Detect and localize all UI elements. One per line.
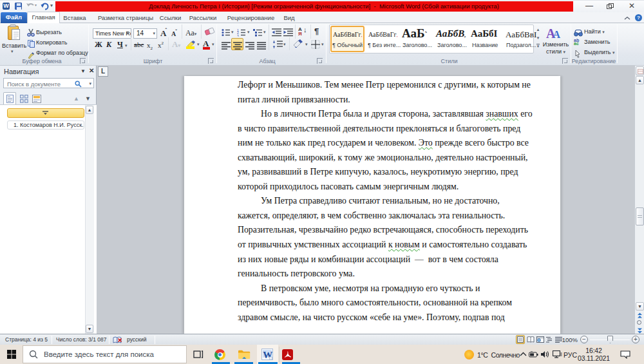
svg-text:3: 3: [237, 34, 239, 37]
